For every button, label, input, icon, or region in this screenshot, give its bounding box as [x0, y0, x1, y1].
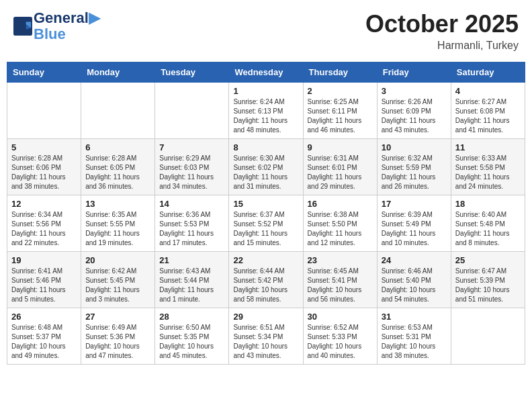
day-number: 21 — [159, 255, 224, 265]
day-info: Sunrise: 6:47 AM Sunset: 5:39 PM Dayligh… — [455, 267, 521, 304]
day-number: 10 — [382, 142, 447, 152]
calendar-cell: 10Sunrise: 6:32 AM Sunset: 5:59 PM Dayli… — [377, 139, 451, 195]
day-info: Sunrise: 6:39 AM Sunset: 5:49 PM Dayligh… — [382, 210, 447, 248]
calendar-cell: 2Sunrise: 6:25 AM Sunset: 6:11 PM Daylig… — [303, 83, 377, 139]
day-number: 14 — [159, 199, 224, 209]
calendar-cell: 7Sunrise: 6:29 AM Sunset: 6:03 PM Daylig… — [155, 139, 229, 195]
day-info: Sunrise: 6:36 AM Sunset: 5:53 PM Dayligh… — [159, 210, 224, 248]
calendar-cell: 21Sunrise: 6:43 AM Sunset: 5:44 PM Dayli… — [155, 252, 229, 308]
day-number: 1 — [233, 86, 298, 96]
logo-text: General▶ Blue — [34, 10, 100, 42]
location-title: Harmanli, Turkey — [365, 40, 519, 52]
day-info: Sunrise: 6:25 AM Sunset: 6:11 PM Dayligh… — [308, 97, 373, 135]
weekday-header-thursday: Thursday — [303, 62, 377, 83]
calendar-cell: 1Sunrise: 6:24 AM Sunset: 6:13 PM Daylig… — [229, 83, 303, 139]
weekday-header-wednesday: Wednesday — [229, 62, 303, 83]
day-number: 8 — [233, 142, 298, 152]
day-info: Sunrise: 6:32 AM Sunset: 5:59 PM Dayligh… — [382, 154, 447, 191]
day-info: Sunrise: 6:51 AM Sunset: 5:34 PM Dayligh… — [233, 323, 298, 361]
day-number: 31 — [382, 312, 447, 322]
day-number: 4 — [455, 86, 521, 96]
day-info: Sunrise: 6:35 AM Sunset: 5:55 PM Dayligh… — [85, 210, 150, 248]
day-info: Sunrise: 6:26 AM Sunset: 6:09 PM Dayligh… — [382, 97, 447, 135]
weekday-header-tuesday: Tuesday — [155, 62, 229, 83]
calendar-cell: 9Sunrise: 6:31 AM Sunset: 6:01 PM Daylig… — [303, 139, 377, 195]
weekday-header-row: SundayMondayTuesdayWednesdayThursdayFrid… — [7, 62, 525, 83]
week-row-2: 5Sunrise: 6:28 AM Sunset: 6:06 PM Daylig… — [7, 139, 525, 195]
day-number: 11 — [455, 142, 521, 152]
calendar-cell: 13Sunrise: 6:35 AM Sunset: 5:55 PM Dayli… — [81, 195, 155, 252]
day-number: 18 — [455, 199, 521, 209]
day-number: 30 — [308, 312, 373, 322]
weekday-header-monday: Monday — [81, 62, 155, 83]
day-info: Sunrise: 6:44 AM Sunset: 5:42 PM Dayligh… — [233, 267, 298, 304]
day-info: Sunrise: 6:29 AM Sunset: 6:03 PM Dayligh… — [159, 154, 224, 191]
day-number: 24 — [382, 255, 447, 265]
day-number: 2 — [308, 86, 373, 96]
day-number: 6 — [85, 142, 150, 152]
day-number: 12 — [11, 199, 77, 209]
calendar-cell — [7, 83, 81, 139]
calendar-cell: 3Sunrise: 6:26 AM Sunset: 6:09 PM Daylig… — [377, 83, 451, 139]
page-header: General▶ Blue October 2025 Harmanli, Tur… — [7, 7, 525, 55]
day-number: 26 — [11, 312, 77, 322]
calendar-cell: 11Sunrise: 6:33 AM Sunset: 5:58 PM Dayli… — [451, 139, 525, 195]
day-number: 27 — [85, 312, 150, 322]
title-block: October 2025 Harmanli, Turkey — [365, 10, 519, 52]
calendar-cell: 16Sunrise: 6:38 AM Sunset: 5:50 PM Dayli… — [303, 195, 377, 252]
day-number: 7 — [159, 142, 224, 152]
week-row-5: 26Sunrise: 6:48 AM Sunset: 5:37 PM Dayli… — [7, 308, 525, 365]
day-number: 20 — [85, 255, 150, 265]
month-title: October 2025 — [365, 10, 519, 38]
day-info: Sunrise: 6:24 AM Sunset: 6:13 PM Dayligh… — [233, 97, 298, 135]
calendar-cell: 20Sunrise: 6:42 AM Sunset: 5:45 PM Dayli… — [81, 252, 155, 308]
day-info: Sunrise: 6:53 AM Sunset: 5:31 PM Dayligh… — [382, 323, 447, 361]
day-number: 3 — [382, 86, 447, 96]
calendar-cell: 22Sunrise: 6:44 AM Sunset: 5:42 PM Dayli… — [229, 252, 303, 308]
day-info: Sunrise: 6:52 AM Sunset: 5:33 PM Dayligh… — [308, 323, 373, 361]
calendar-cell: 5Sunrise: 6:28 AM Sunset: 6:06 PM Daylig… — [7, 139, 81, 195]
day-info: Sunrise: 6:40 AM Sunset: 5:48 PM Dayligh… — [455, 210, 521, 248]
week-row-1: 1Sunrise: 6:24 AM Sunset: 6:13 PM Daylig… — [7, 83, 525, 139]
day-info: Sunrise: 6:28 AM Sunset: 6:06 PM Dayligh… — [11, 154, 77, 191]
day-info: Sunrise: 6:28 AM Sunset: 6:05 PM Dayligh… — [85, 154, 150, 191]
day-number: 25 — [455, 255, 521, 265]
calendar-cell: 30Sunrise: 6:52 AM Sunset: 5:33 PM Dayli… — [303, 308, 377, 365]
day-info: Sunrise: 6:49 AM Sunset: 5:36 PM Dayligh… — [85, 323, 150, 361]
day-number: 16 — [308, 199, 373, 209]
day-number: 23 — [308, 255, 373, 265]
calendar-cell: 24Sunrise: 6:46 AM Sunset: 5:40 PM Dayli… — [377, 252, 451, 308]
day-info: Sunrise: 6:34 AM Sunset: 5:56 PM Dayligh… — [11, 210, 77, 248]
day-info: Sunrise: 6:41 AM Sunset: 5:46 PM Dayligh… — [11, 267, 77, 304]
calendar-cell: 17Sunrise: 6:39 AM Sunset: 5:49 PM Dayli… — [377, 195, 451, 252]
day-number: 9 — [308, 142, 373, 152]
day-number: 15 — [233, 199, 298, 209]
week-row-4: 19Sunrise: 6:41 AM Sunset: 5:46 PM Dayli… — [7, 252, 525, 308]
calendar-cell: 14Sunrise: 6:36 AM Sunset: 5:53 PM Dayli… — [155, 195, 229, 252]
calendar-cell — [81, 83, 155, 139]
day-info: Sunrise: 6:27 AM Sunset: 6:08 PM Dayligh… — [455, 97, 521, 135]
logo-icon — [13, 17, 32, 36]
day-number: 5 — [11, 142, 77, 152]
calendar-cell: 25Sunrise: 6:47 AM Sunset: 5:39 PM Dayli… — [451, 252, 525, 308]
day-number: 22 — [233, 255, 298, 265]
day-number: 29 — [233, 312, 298, 322]
day-info: Sunrise: 6:43 AM Sunset: 5:44 PM Dayligh… — [159, 267, 224, 304]
calendar-cell: 18Sunrise: 6:40 AM Sunset: 5:48 PM Dayli… — [451, 195, 525, 252]
calendar-cell: 19Sunrise: 6:41 AM Sunset: 5:46 PM Dayli… — [7, 252, 81, 308]
day-number: 19 — [11, 255, 77, 265]
day-number: 28 — [159, 312, 224, 322]
calendar-cell — [155, 83, 229, 139]
calendar-cell: 29Sunrise: 6:51 AM Sunset: 5:34 PM Dayli… — [229, 308, 303, 365]
day-info: Sunrise: 6:45 AM Sunset: 5:41 PM Dayligh… — [308, 267, 373, 304]
day-info: Sunrise: 6:46 AM Sunset: 5:40 PM Dayligh… — [382, 267, 447, 304]
day-info: Sunrise: 6:31 AM Sunset: 6:01 PM Dayligh… — [308, 154, 373, 191]
day-info: Sunrise: 6:33 AM Sunset: 5:58 PM Dayligh… — [455, 154, 521, 191]
day-number: 17 — [382, 199, 447, 209]
day-info: Sunrise: 6:37 AM Sunset: 5:52 PM Dayligh… — [233, 210, 298, 248]
day-info: Sunrise: 6:48 AM Sunset: 5:37 PM Dayligh… — [11, 323, 77, 361]
calendar-cell: 26Sunrise: 6:48 AM Sunset: 5:37 PM Dayli… — [7, 308, 81, 365]
calendar-cell: 15Sunrise: 6:37 AM Sunset: 5:52 PM Dayli… — [229, 195, 303, 252]
day-info: Sunrise: 6:30 AM Sunset: 6:02 PM Dayligh… — [233, 154, 298, 191]
calendar-cell: 6Sunrise: 6:28 AM Sunset: 6:05 PM Daylig… — [81, 139, 155, 195]
